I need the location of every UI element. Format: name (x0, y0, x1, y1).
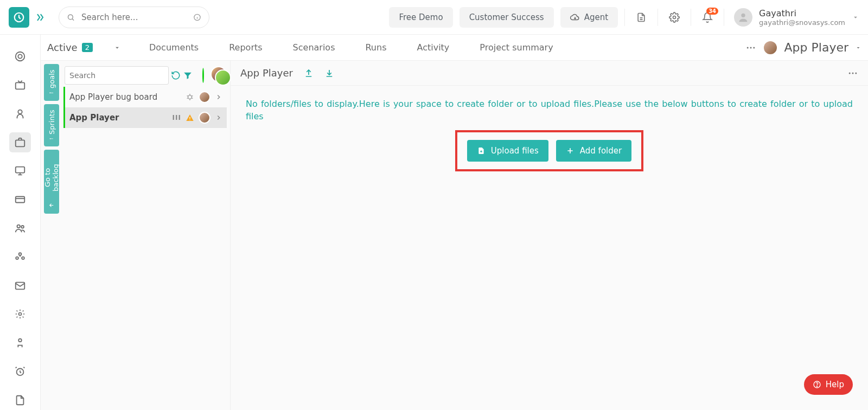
rail-team[interactable] (9, 247, 31, 267)
vtab-backlog[interactable]: Go to backlog (44, 150, 59, 214)
svg-point-6 (18, 55, 22, 59)
rail-tv[interactable] (9, 75, 31, 95)
svg-point-12 (17, 225, 21, 228)
tab-documents[interactable]: Documents (149, 42, 199, 53)
board-item-bug[interactable]: App Player bug board (63, 87, 227, 107)
cloud-download-icon (570, 12, 580, 22)
chevron-right-icon (215, 93, 222, 101)
left-nav-rail (0, 35, 41, 410)
svg-point-4 (741, 13, 745, 17)
rail-settings[interactable] (9, 304, 31, 324)
svg-point-15 (16, 257, 18, 259)
svg-point-5 (16, 52, 25, 61)
refresh-icon[interactable] (171, 66, 181, 85)
svg-point-23 (753, 47, 755, 48)
project-avatar[interactable] (763, 40, 778, 55)
more-icon[interactable] (745, 42, 756, 53)
upload-icon[interactable] (304, 68, 314, 78)
chevron-right-icon (215, 114, 222, 121)
content-title: App Player (240, 67, 293, 79)
warning-icon (186, 113, 194, 122)
tab-scenarios[interactable]: Scenarios (293, 42, 335, 53)
svg-point-25 (189, 119, 190, 120)
expand-sidebar-icon[interactable] (35, 12, 46, 23)
status-dropdown[interactable] (113, 44, 121, 52)
status-filter[interactable]: Active 2 (47, 42, 93, 53)
upload-files-button[interactable]: Upload files (467, 140, 548, 162)
rail-briefcase[interactable] (9, 132, 31, 152)
svg-point-16 (22, 257, 24, 259)
app-logo[interactable] (9, 7, 29, 28)
customer-success-button[interactable]: Customer Success (459, 7, 554, 28)
svg-point-8 (18, 110, 22, 114)
svg-point-13 (21, 226, 24, 228)
panel-search-input[interactable] (65, 66, 169, 85)
rail-alarm[interactable] (9, 361, 31, 381)
tab-reports[interactable]: Reports (229, 42, 262, 53)
rail-people[interactable] (9, 219, 31, 239)
svg-rect-7 (16, 83, 25, 89)
rail-file[interactable] (9, 390, 31, 410)
user-menu[interactable]: Gayathri gayathri@snovasys.com (734, 8, 859, 27)
project-dropdown-icon[interactable] (855, 44, 861, 51)
help-icon (813, 380, 821, 389)
rail-dashboard[interactable] (9, 47, 31, 67)
document-icon[interactable] (631, 8, 651, 27)
assignee-avatar (199, 112, 210, 124)
side-panel: goals Sprints Go to backlog + App Playe (41, 61, 231, 410)
svg-point-30 (816, 386, 817, 387)
content-more-icon[interactable] (847, 68, 858, 79)
add-folder-button[interactable]: Add folder (556, 140, 631, 162)
action-buttons-highlight: Upload files Add folder (455, 130, 643, 171)
svg-point-21 (746, 47, 748, 48)
download-icon[interactable] (324, 68, 334, 78)
svg-point-24 (188, 95, 192, 99)
svg-point-19 (18, 339, 22, 342)
rail-card[interactable] (9, 190, 31, 210)
board-item-label: App Player (69, 113, 119, 123)
free-demo-button[interactable]: Free Demo (389, 7, 452, 28)
svg-point-22 (750, 47, 751, 48)
assignee-avatar (199, 91, 210, 103)
svg-point-27 (852, 72, 854, 74)
user-avatar (734, 8, 752, 27)
svg-rect-11 (16, 197, 25, 203)
notification-badge: 34 (706, 8, 718, 15)
vtab-goals[interactable]: goals (44, 64, 59, 101)
global-search-input[interactable] (81, 12, 187, 22)
global-search[interactable] (59, 7, 209, 28)
tab-project-summary[interactable]: Project summary (480, 42, 553, 53)
vtab-sprints[interactable]: Sprints (44, 104, 59, 146)
info-icon[interactable] (193, 12, 201, 22)
settings-icon[interactable] (665, 8, 684, 27)
rail-person[interactable] (9, 104, 31, 124)
filter-icon[interactable] (183, 66, 193, 85)
column-indicator: III (173, 114, 181, 121)
file-icon (477, 146, 486, 155)
tab-runs[interactable]: Runs (365, 42, 386, 53)
agent-button[interactable]: Agent (560, 7, 618, 28)
svg-point-1 (68, 15, 73, 20)
search-icon (67, 12, 75, 22)
notifications-icon[interactable]: 34 (698, 8, 717, 27)
tab-activity[interactable]: Activity (417, 42, 449, 53)
chevron-down-icon (852, 14, 859, 21)
svg-point-18 (19, 313, 22, 316)
empty-state-message: No folders/files to display.Here is your… (231, 86, 868, 130)
svg-rect-9 (16, 140, 25, 146)
user-name: Gayathri (759, 8, 845, 18)
svg-point-3 (673, 16, 676, 18)
active-count: 2 (82, 43, 93, 52)
user-email: gayathri@snovasys.com (759, 18, 845, 27)
rail-monitor[interactable] (9, 161, 31, 181)
board-item-player[interactable]: App Player III (63, 107, 227, 128)
help-button[interactable]: Help (804, 374, 853, 395)
status-indicator (202, 68, 204, 83)
project-title: App Player (784, 41, 848, 54)
rail-user2[interactable] (9, 333, 31, 353)
svg-point-28 (855, 72, 857, 74)
bug-icon (186, 93, 194, 101)
svg-rect-10 (16, 167, 25, 173)
rail-mail[interactable] (9, 276, 31, 296)
member-avatars[interactable] (210, 66, 213, 85)
